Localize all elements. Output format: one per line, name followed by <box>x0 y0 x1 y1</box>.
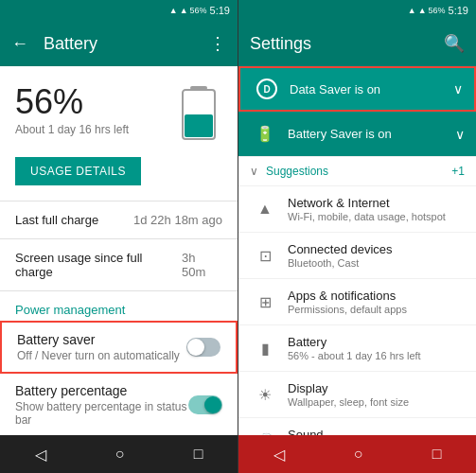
data-saver-title: Data Saver is on <box>290 82 446 96</box>
battery-percentage-toggle-on[interactable] <box>188 395 222 414</box>
signal-icon-right: ▲ <box>408 6 416 15</box>
apps-title: Apps & notifications <box>288 289 457 303</box>
battery-saver-title: Battery saver <box>17 332 180 347</box>
home-nav-left[interactable]: ○ <box>115 446 125 463</box>
status-icons-right: ▲ ▲ 56% <box>408 6 446 15</box>
data-saver-content: Data Saver is on <box>282 73 453 106</box>
battery-percentage-row[interactable]: Battery percentage Show battery percenta… <box>0 374 238 435</box>
battery-time: About 1 day 16 hrs left <box>15 123 129 136</box>
power-management-header: Power management <box>0 291 238 321</box>
toolbar-right: Settings 🔍 <box>238 21 476 66</box>
data-saver-arrow-icon: ∨ <box>453 81 463 96</box>
apps-content: Apps & notifications Permissions, defaul… <box>280 279 465 324</box>
back-nav-right[interactable]: ◁ <box>273 446 285 464</box>
wifi-settings-icon: ▲ <box>250 201 280 218</box>
network-title: Network & Internet <box>288 196 457 210</box>
status-bar-left: ▲ ▲ 56% 5:19 <box>0 0 238 21</box>
battery-percent: 56% <box>15 85 129 119</box>
battery-settings-content: Battery 56% - about 1 day 16 hrs left <box>280 325 465 371</box>
nav-bar-left: ◁ ○ □ <box>0 435 238 473</box>
battery-percentage-toggle[interactable] <box>188 395 222 414</box>
time-right: 5:19 <box>449 5 468 16</box>
more-icon-left[interactable]: ⋮ <box>209 33 226 54</box>
battery-settings-item[interactable]: ▮ Battery 56% - about 1 day 16 hrs left <box>238 325 476 372</box>
battery-saver-row[interactable]: Battery saver Off / Never turn on automa… <box>0 321 238 374</box>
suggestions-row: ∨ Suggestions +1 <box>238 157 476 186</box>
recent-nav-right[interactable]: □ <box>432 446 442 463</box>
battery-header: 56% About 1 day 16 hrs left <box>0 66 238 157</box>
nav-bar-right: ◁ ○ □ <box>238 435 476 473</box>
sound-icon: 🔊 <box>250 432 280 436</box>
battery-content: 56% About 1 day 16 hrs left USAGE DETAIL… <box>0 66 238 435</box>
signal-icon: ▲ <box>169 6 178 15</box>
data-saver-icon: D <box>252 79 282 99</box>
battery-settings-sub: 56% - about 1 day 16 hrs left <box>288 350 457 361</box>
info-row-last-charge: Last full charge 1d 22h 18m ago <box>0 201 238 239</box>
network-sub: Wi-Fi, mobile, data usage, hotspot <box>288 211 457 222</box>
network-internet-item[interactable]: ▲ Network & Internet Wi-Fi, mobile, data… <box>238 186 476 233</box>
info-row-screen-usage: Screen usage since full charge 3h 50m <box>0 239 238 291</box>
battery-saver-text: Battery saver Off / Never turn on automa… <box>17 332 180 362</box>
suggestions-count: +1 <box>451 165 465 178</box>
sound-item[interactable]: 🔊 Sound Volume, vibration, Do Not Distur… <box>238 418 476 435</box>
battery-percentage-title: Battery percentage <box>15 383 188 398</box>
battery-saver-arrow-icon: ∨ <box>455 127 465 142</box>
suggestions-label: Suggestions <box>266 165 451 178</box>
connected-devices-title: Connected devices <box>288 242 457 256</box>
page-title-left: Battery <box>44 34 194 54</box>
sound-title: Sound <box>288 428 457 435</box>
connected-devices-content: Connected devices Bluetooth, Cast <box>280 233 465 278</box>
apps-sub: Permissions, default apps <box>288 304 457 315</box>
battery-icon-right: 56% <box>429 6 446 15</box>
display-content: Display Wallpaper, sleep, font size <box>280 372 465 417</box>
svg-rect-2 <box>185 114 213 137</box>
screen-usage-value: 3h 50m <box>182 251 222 279</box>
display-sub: Wallpaper, sleep, font size <box>288 396 457 408</box>
display-icon: ☀ <box>250 386 280 404</box>
battery-icon-container <box>175 85 222 142</box>
left-panel: ▲ ▲ 56% 5:19 ← Battery ⋮ 56% About 1 day… <box>0 0 238 473</box>
battery-percentage-sub: Show battery percentage in status bar <box>15 400 188 427</box>
settings-list: D Data Saver is on ∨ 🔋 Battery Saver is … <box>238 66 476 435</box>
battery-settings-title: Battery <box>288 335 457 349</box>
toolbar-left: ← Battery ⋮ <box>0 21 238 66</box>
data-saver-item[interactable]: D Data Saver is on ∨ <box>238 66 476 112</box>
status-icons-left: ▲ ▲ 56% <box>169 6 207 15</box>
sound-content: Sound Volume, vibration, Do Not Disturb <box>280 418 465 435</box>
wifi-icon-right: ▲ <box>418 6 427 15</box>
back-button-left[interactable]: ← <box>11 34 28 54</box>
battery-percentage-text: Battery percentage Show battery percenta… <box>15 383 188 427</box>
network-content: Network & Internet Wi-Fi, mobile, data u… <box>280 186 465 232</box>
battery-settings-icon: ▮ <box>250 340 280 358</box>
battery-svg-icon <box>181 86 217 141</box>
page-title-right: Settings <box>250 34 429 54</box>
back-nav-left[interactable]: ◁ <box>35 446 46 464</box>
recent-nav-left[interactable]: □ <box>194 446 203 463</box>
battery-saver-item[interactable]: 🔋 Battery Saver is on ∨ <box>238 112 476 157</box>
battery-saver-toggle-off[interactable] <box>186 338 220 357</box>
right-panel: ▲ ▲ 56% 5:19 Settings 🔍 D Data Saver is … <box>238 0 476 473</box>
screen-usage-label: Screen usage since full charge <box>15 251 182 279</box>
home-nav-right[interactable]: ○ <box>354 446 363 463</box>
data-saver-circle-icon: D <box>256 79 277 99</box>
bluetooth-icon: ⊡ <box>250 247 280 265</box>
battery-saver-settings-title: Battery Saver is on <box>288 127 448 141</box>
display-item[interactable]: ☀ Display Wallpaper, sleep, font size <box>238 372 476 418</box>
wifi-icon-left: ▲ <box>180 6 188 15</box>
usage-details-button[interactable]: USAGE DETAILS <box>15 157 141 185</box>
battery-info: 56% About 1 day 16 hrs left <box>15 85 129 136</box>
apps-icon: ⊞ <box>250 293 280 311</box>
battery-saver-icon: 🔋 <box>250 125 280 143</box>
display-title: Display <box>288 381 457 395</box>
connected-devices-sub: Bluetooth, Cast <box>288 257 457 269</box>
suggestions-collapse-icon[interactable]: ∨ <box>250 165 258 178</box>
connected-devices-item[interactable]: ⊡ Connected devices Bluetooth, Cast <box>238 233 476 279</box>
apps-notifications-item[interactable]: ⊞ Apps & notifications Permissions, defa… <box>238 279 476 325</box>
battery-saver-toggle[interactable] <box>186 338 220 357</box>
time-left: 5:19 <box>210 5 230 16</box>
battery-saver-settings-content: Battery Saver is on <box>280 117 455 150</box>
search-icon-right[interactable]: 🔍 <box>444 33 465 54</box>
battery-icon-left: 56% <box>190 6 207 15</box>
last-charge-label: Last full charge <box>15 213 98 227</box>
last-charge-value: 1d 22h 18m ago <box>133 213 222 227</box>
